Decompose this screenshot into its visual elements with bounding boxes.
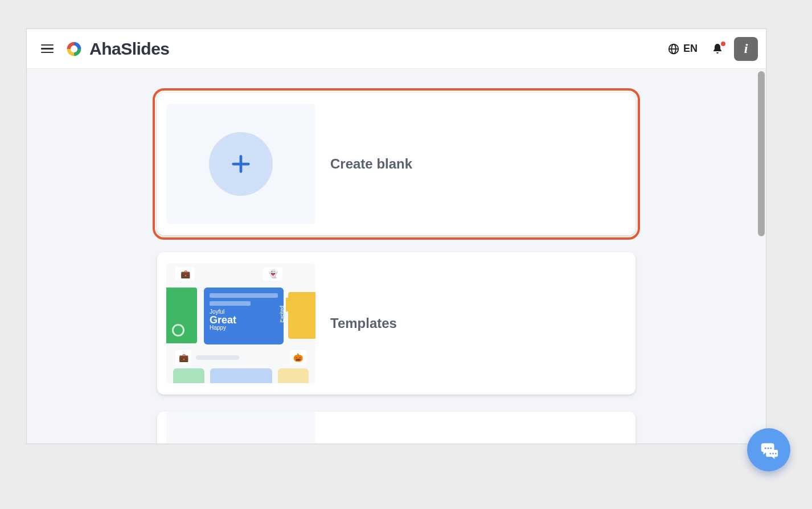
app-header: AhaSlides EN i	[27, 29, 766, 69]
plus-circle-icon	[209, 132, 273, 196]
briefcase-icon: 💼	[175, 350, 191, 365]
globe-icon	[667, 43, 680, 55]
svg-point-10	[775, 453, 777, 454]
template-preview-green	[166, 288, 197, 343]
next-card[interactable]	[157, 412, 635, 444]
templates-thumb: 💼 👻 Joyful Great Happy	[166, 264, 315, 383]
svg-point-6	[768, 448, 769, 449]
card-list: Create blank 💼 👻 Joyfu	[157, 69, 635, 444]
language-code: EN	[683, 43, 698, 55]
template-word-great: Great	[210, 315, 278, 325]
svg-point-7	[770, 448, 772, 449]
app-window: AhaSlides EN i	[26, 28, 766, 444]
notifications-button[interactable]	[707, 38, 728, 60]
svg-point-9	[772, 453, 774, 454]
svg-point-5	[765, 448, 766, 449]
footer-swatch-yellow	[278, 368, 309, 383]
brand-name: AhaSlides	[89, 39, 170, 59]
create-blank-label: Create blank	[330, 156, 412, 172]
placeholder-line	[196, 355, 239, 360]
brand-logo[interactable]: AhaSlides	[63, 38, 170, 60]
scrollbar[interactable]	[758, 71, 765, 236]
template-word-happy: Happy	[210, 325, 278, 331]
ghost-icon: 👻	[263, 267, 282, 281]
logo-mark-icon	[63, 38, 85, 60]
template-word-excited: Excited	[279, 306, 285, 323]
hamburger-icon	[41, 44, 54, 54]
briefcase-icon: 💼	[175, 267, 195, 281]
templates-card[interactable]: 💼 👻 Joyful Great Happy	[157, 252, 635, 395]
templates-label: Templates	[330, 315, 397, 331]
template-preview-yellow	[288, 292, 315, 339]
notification-dot-icon	[721, 42, 725, 46]
footer-swatch-blue	[210, 368, 272, 383]
chat-support-button[interactable]	[747, 428, 790, 471]
pumpkin-icon: 🎃	[290, 350, 306, 365]
create-blank-card[interactable]: Create blank	[157, 93, 635, 235]
template-preview-blue: Joyful Great Happy Excited	[204, 288, 284, 344]
info-icon: i	[744, 41, 748, 56]
footer-swatch-green	[173, 368, 204, 383]
help-button[interactable]: i	[734, 37, 758, 61]
svg-point-8	[770, 453, 772, 454]
next-card-thumb	[166, 412, 315, 444]
content-area: Create blank 💼 👻 Joyfu	[27, 69, 766, 444]
chat-icon	[758, 439, 780, 461]
menu-button[interactable]	[37, 39, 58, 59]
svg-point-1	[71, 45, 77, 52]
language-selector[interactable]: EN	[663, 39, 702, 59]
create-blank-thumb	[166, 104, 315, 224]
